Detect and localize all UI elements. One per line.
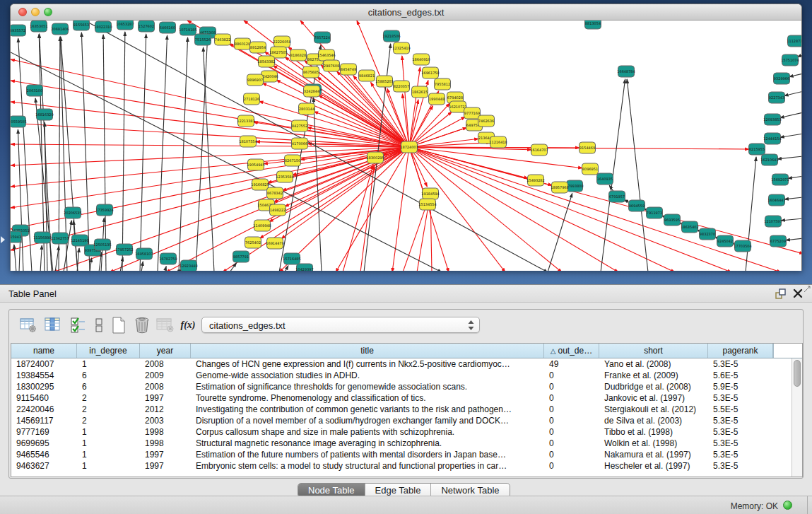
svg-text:18300295: 18300295 [366,156,384,160]
svg-text:19166825: 19166825 [251,182,269,187]
fx-icon: f(x) [181,320,196,331]
svg-text:16816329: 16816329 [35,112,53,117]
citation-network-graph[interactable]: 4935572163530512069140691556531802231010… [11,21,801,271]
table-toolbar: f(x) citations_edges.txt [9,310,803,342]
column-header-short[interactable]: short [599,344,708,358]
svg-text:9857791: 9857791 [233,255,249,259]
cell-title: Corpus callosum shape and size in male p… [191,426,544,438]
cell-year: 2012 [140,404,191,415]
svg-text:7515526: 7515526 [195,37,211,42]
table-row[interactable]: 1938455462009Genome-wide association stu… [11,370,802,381]
svg-text:12444154: 12444154 [763,136,781,141]
resize-grip-icon[interactable] [804,286,811,293]
cell-year: 2003 [140,415,191,426]
column-header-in_degree[interactable]: in_degree [77,344,140,358]
cell-short: Franke et al. (2009) [599,370,708,381]
cell-title: Embryonic stem cells: a model to study s… [191,460,544,472]
svg-text:7462636: 7462636 [478,119,494,123]
svg-text:8813054: 8813054 [585,21,601,25]
svg-text:18022310: 18022310 [94,25,112,29]
network-desktop: citations_edges.txt 49355721635305120691… [0,0,812,284]
panel-collapse-arrow-icon [1,236,5,243]
cell-in_degree: 1 [77,460,140,472]
column-header-name[interactable]: name [11,344,77,358]
svg-text:1640935: 1640935 [597,177,613,181]
cell-short: de Silva et al. (2003) [599,415,708,426]
vertical-scrollbar[interactable] [792,358,802,477]
svg-text:8220357: 8220357 [394,84,409,88]
cell-in_degree: 6 [77,381,140,392]
table-row[interactable]: 946554611997Estimation of the future num… [11,449,802,460]
cell-name: 9777169 [11,426,77,438]
cell-in_degree: 1 [77,426,140,438]
svg-text:8267150: 8267150 [285,158,300,163]
function-builder-button[interactable]: f(x) [177,315,199,336]
svg-text:7911973: 7911973 [647,211,662,215]
svg-text:12145190: 12145190 [71,238,88,243]
cell-title: Disruption of a novel member of a sodium… [191,415,544,426]
svg-text:9694559: 9694559 [629,204,645,208]
float-panel-button[interactable] [775,288,787,299]
svg-text:18627505: 18627505 [269,50,287,54]
table-row[interactable]: 1830029562008Estimation of significance … [11,381,802,392]
svg-text:11128734: 11128734 [787,39,801,43]
cell-pagerank: 5.3E-5 [708,449,773,460]
create-column-button[interactable] [108,315,129,336]
svg-text:2063100: 2063100 [27,88,42,93]
svg-text:9155653: 9155653 [73,23,89,27]
svg-text:16353051: 16353051 [30,24,47,28]
svg-text:6466160: 6466160 [160,25,175,30]
cell-year: 1998 [140,438,191,449]
svg-text:1990448: 1990448 [429,97,445,101]
svg-text:1527602: 1527602 [139,24,154,28]
svg-text:16961758: 16961758 [421,71,439,75]
table-row[interactable]: 1872400712008Changes of HCN gene express… [11,358,802,370]
svg-text:16164707: 16164707 [530,148,548,152]
close-panel-button[interactable] [793,288,804,299]
cell-name: 18300295 [11,381,77,392]
select-columns-button[interactable] [67,315,88,336]
application-window: citations_edges.txt 49355721635305120691… [0,0,812,514]
svg-text:15463546: 15463546 [317,53,335,57]
svg-text:15716485: 15716485 [283,257,300,261]
delete-column-button[interactable] [131,315,153,336]
cell-title: Estimation of the future numbers of pati… [191,449,544,460]
column-header-pagerank[interactable]: pagerank [708,344,773,358]
svg-text:6794028: 6794028 [447,95,463,100]
cell-name: 9463627 [11,460,77,472]
column-header-out_de[interactable]: △out_de… [544,344,599,358]
svg-text:7955812: 7955812 [435,82,450,86]
show-columns-button[interactable] [42,315,64,336]
cell-out_de: 0 [544,415,599,426]
svg-text:17957252: 17957252 [115,247,133,252]
network-canvas[interactable]: 4935572163530512069140691556531802231010… [11,21,801,271]
svg-text:17703504: 17703504 [734,244,751,248]
cell-out_de: 0 [544,381,599,392]
table-row[interactable]: 911546021997Tourette syndrome. Phenomeno… [11,392,802,404]
svg-text:10429397: 10429397 [295,267,313,271]
cell-name: 18724007 [11,358,77,370]
table-row[interactable]: 977716911998Corpus callosum shape and si… [11,426,802,438]
table-settings-button[interactable] [18,315,39,336]
table-selector[interactable]: citations_edges.txt [201,317,480,333]
svg-text:2718126: 2718126 [244,97,259,101]
row-height-button[interactable] [88,315,110,336]
svg-text:18957968: 18957968 [551,185,568,189]
delete-table-button[interactable] [155,315,176,336]
svg-text:15493282: 15493282 [526,178,544,182]
table-row[interactable]: 969969511998Structural magnetic resonanc… [11,438,802,449]
cell-out_de: 0 [544,449,599,460]
svg-text:12505135: 12505135 [93,243,111,247]
svg-text:15751074: 15751074 [781,58,799,62]
svg-text:9245042: 9245042 [717,239,733,243]
table-row[interactable]: 946362711997Embryonic stem cells: a mode… [11,460,802,472]
scrollbar-thumb[interactable] [794,360,801,387]
cell-in_degree: 2 [77,404,140,415]
svg-text:6791957: 6791957 [609,194,625,199]
column-header-title[interactable]: title [191,344,544,358]
svg-text:18640910: 18640910 [412,57,430,62]
table-row[interactable]: 2242004622012Investigating the contribut… [11,404,802,415]
column-header-year[interactable]: year [140,344,191,358]
table-row[interactable]: 1456911722003Disruption of a novel membe… [11,415,802,426]
table-panel-body: f(x) citations_edges.txt namein_degreeye… [8,309,804,479]
